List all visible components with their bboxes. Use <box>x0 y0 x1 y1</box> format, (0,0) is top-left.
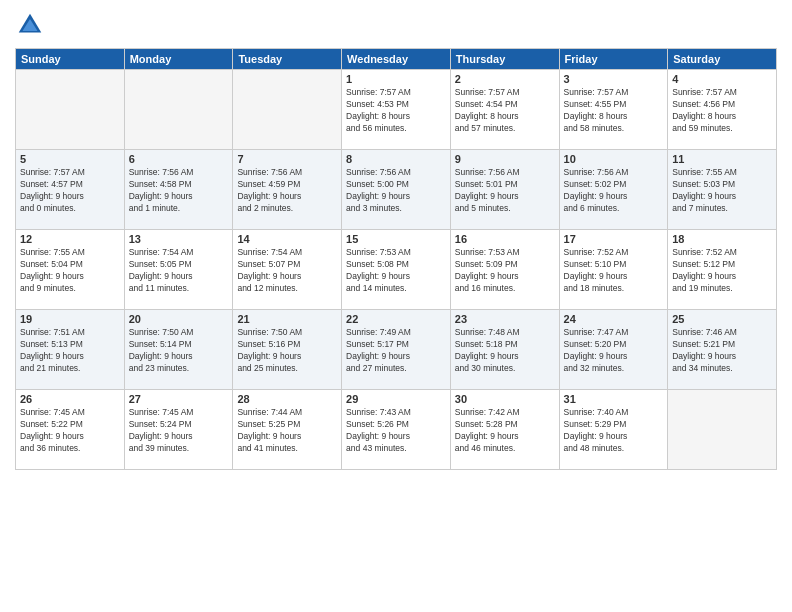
calendar-day-cell: 15Sunrise: 7:53 AM Sunset: 5:08 PM Dayli… <box>342 230 451 310</box>
day-info: Sunrise: 7:56 AM Sunset: 5:01 PM Dayligh… <box>455 167 555 215</box>
day-info: Sunrise: 7:46 AM Sunset: 5:21 PM Dayligh… <box>672 327 772 375</box>
calendar-day-cell: 18Sunrise: 7:52 AM Sunset: 5:12 PM Dayli… <box>668 230 777 310</box>
calendar-day-cell: 1Sunrise: 7:57 AM Sunset: 4:53 PM Daylig… <box>342 70 451 150</box>
calendar-day-cell: 27Sunrise: 7:45 AM Sunset: 5:24 PM Dayli… <box>124 390 233 470</box>
day-number: 27 <box>129 393 229 405</box>
day-info: Sunrise: 7:43 AM Sunset: 5:26 PM Dayligh… <box>346 407 446 455</box>
header <box>15 10 777 40</box>
weekday-header: Saturday <box>668 49 777 70</box>
day-info: Sunrise: 7:52 AM Sunset: 5:10 PM Dayligh… <box>564 247 664 295</box>
day-info: Sunrise: 7:42 AM Sunset: 5:28 PM Dayligh… <box>455 407 555 455</box>
weekday-header: Tuesday <box>233 49 342 70</box>
day-info: Sunrise: 7:44 AM Sunset: 5:25 PM Dayligh… <box>237 407 337 455</box>
day-info: Sunrise: 7:56 AM Sunset: 5:02 PM Dayligh… <box>564 167 664 215</box>
calendar-day-cell: 6Sunrise: 7:56 AM Sunset: 4:58 PM Daylig… <box>124 150 233 230</box>
weekday-header: Friday <box>559 49 668 70</box>
day-number: 11 <box>672 153 772 165</box>
day-number: 28 <box>237 393 337 405</box>
calendar-day-cell: 10Sunrise: 7:56 AM Sunset: 5:02 PM Dayli… <box>559 150 668 230</box>
logo-icon <box>15 10 45 40</box>
day-number: 26 <box>20 393 120 405</box>
calendar-day-cell: 14Sunrise: 7:54 AM Sunset: 5:07 PM Dayli… <box>233 230 342 310</box>
day-number: 2 <box>455 73 555 85</box>
day-info: Sunrise: 7:55 AM Sunset: 5:03 PM Dayligh… <box>672 167 772 215</box>
day-number: 31 <box>564 393 664 405</box>
day-number: 7 <box>237 153 337 165</box>
day-number: 15 <box>346 233 446 245</box>
day-info: Sunrise: 7:50 AM Sunset: 5:14 PM Dayligh… <box>129 327 229 375</box>
calendar-day-cell: 17Sunrise: 7:52 AM Sunset: 5:10 PM Dayli… <box>559 230 668 310</box>
calendar-day-cell: 3Sunrise: 7:57 AM Sunset: 4:55 PM Daylig… <box>559 70 668 150</box>
day-info: Sunrise: 7:56 AM Sunset: 5:00 PM Dayligh… <box>346 167 446 215</box>
calendar-day-cell: 24Sunrise: 7:47 AM Sunset: 5:20 PM Dayli… <box>559 310 668 390</box>
calendar-day-cell: 7Sunrise: 7:56 AM Sunset: 4:59 PM Daylig… <box>233 150 342 230</box>
weekday-header: Monday <box>124 49 233 70</box>
day-info: Sunrise: 7:56 AM Sunset: 4:59 PM Dayligh… <box>237 167 337 215</box>
day-info: Sunrise: 7:56 AM Sunset: 4:58 PM Dayligh… <box>129 167 229 215</box>
day-number: 24 <box>564 313 664 325</box>
logo <box>15 10 49 40</box>
day-info: Sunrise: 7:48 AM Sunset: 5:18 PM Dayligh… <box>455 327 555 375</box>
day-number: 3 <box>564 73 664 85</box>
calendar-day-cell: 31Sunrise: 7:40 AM Sunset: 5:29 PM Dayli… <box>559 390 668 470</box>
calendar-day-cell: 5Sunrise: 7:57 AM Sunset: 4:57 PM Daylig… <box>16 150 125 230</box>
day-number: 12 <box>20 233 120 245</box>
calendar-day-cell: 29Sunrise: 7:43 AM Sunset: 5:26 PM Dayli… <box>342 390 451 470</box>
calendar-day-cell <box>668 390 777 470</box>
day-number: 20 <box>129 313 229 325</box>
calendar-day-cell: 25Sunrise: 7:46 AM Sunset: 5:21 PM Dayli… <box>668 310 777 390</box>
day-number: 18 <box>672 233 772 245</box>
day-number: 29 <box>346 393 446 405</box>
page: SundayMondayTuesdayWednesdayThursdayFrid… <box>0 0 792 612</box>
day-number: 13 <box>129 233 229 245</box>
day-number: 1 <box>346 73 446 85</box>
calendar-day-cell: 30Sunrise: 7:42 AM Sunset: 5:28 PM Dayli… <box>450 390 559 470</box>
calendar-day-cell: 4Sunrise: 7:57 AM Sunset: 4:56 PM Daylig… <box>668 70 777 150</box>
day-info: Sunrise: 7:45 AM Sunset: 5:24 PM Dayligh… <box>129 407 229 455</box>
day-number: 22 <box>346 313 446 325</box>
calendar-day-cell: 8Sunrise: 7:56 AM Sunset: 5:00 PM Daylig… <box>342 150 451 230</box>
day-info: Sunrise: 7:57 AM Sunset: 4:57 PM Dayligh… <box>20 167 120 215</box>
calendar-day-cell: 22Sunrise: 7:49 AM Sunset: 5:17 PM Dayli… <box>342 310 451 390</box>
day-number: 17 <box>564 233 664 245</box>
day-info: Sunrise: 7:51 AM Sunset: 5:13 PM Dayligh… <box>20 327 120 375</box>
day-info: Sunrise: 7:57 AM Sunset: 4:53 PM Dayligh… <box>346 87 446 135</box>
calendar-header-row: SundayMondayTuesdayWednesdayThursdayFrid… <box>16 49 777 70</box>
day-number: 30 <box>455 393 555 405</box>
calendar-day-cell: 21Sunrise: 7:50 AM Sunset: 5:16 PM Dayli… <box>233 310 342 390</box>
day-number: 5 <box>20 153 120 165</box>
weekday-header: Thursday <box>450 49 559 70</box>
calendar-day-cell: 19Sunrise: 7:51 AM Sunset: 5:13 PM Dayli… <box>16 310 125 390</box>
day-info: Sunrise: 7:45 AM Sunset: 5:22 PM Dayligh… <box>20 407 120 455</box>
day-info: Sunrise: 7:57 AM Sunset: 4:55 PM Dayligh… <box>564 87 664 135</box>
calendar-day-cell: 11Sunrise: 7:55 AM Sunset: 5:03 PM Dayli… <box>668 150 777 230</box>
day-number: 8 <box>346 153 446 165</box>
day-number: 23 <box>455 313 555 325</box>
day-info: Sunrise: 7:50 AM Sunset: 5:16 PM Dayligh… <box>237 327 337 375</box>
calendar-day-cell <box>124 70 233 150</box>
day-info: Sunrise: 7:40 AM Sunset: 5:29 PM Dayligh… <box>564 407 664 455</box>
day-info: Sunrise: 7:53 AM Sunset: 5:08 PM Dayligh… <box>346 247 446 295</box>
calendar-day-cell: 28Sunrise: 7:44 AM Sunset: 5:25 PM Dayli… <box>233 390 342 470</box>
weekday-header: Wednesday <box>342 49 451 70</box>
calendar-day-cell: 13Sunrise: 7:54 AM Sunset: 5:05 PM Dayli… <box>124 230 233 310</box>
day-info: Sunrise: 7:57 AM Sunset: 4:54 PM Dayligh… <box>455 87 555 135</box>
day-number: 21 <box>237 313 337 325</box>
day-info: Sunrise: 7:49 AM Sunset: 5:17 PM Dayligh… <box>346 327 446 375</box>
calendar-week-row: 1Sunrise: 7:57 AM Sunset: 4:53 PM Daylig… <box>16 70 777 150</box>
day-info: Sunrise: 7:54 AM Sunset: 5:05 PM Dayligh… <box>129 247 229 295</box>
day-info: Sunrise: 7:55 AM Sunset: 5:04 PM Dayligh… <box>20 247 120 295</box>
calendar-day-cell: 23Sunrise: 7:48 AM Sunset: 5:18 PM Dayli… <box>450 310 559 390</box>
calendar-day-cell: 26Sunrise: 7:45 AM Sunset: 5:22 PM Dayli… <box>16 390 125 470</box>
day-number: 14 <box>237 233 337 245</box>
day-number: 25 <box>672 313 772 325</box>
day-info: Sunrise: 7:53 AM Sunset: 5:09 PM Dayligh… <box>455 247 555 295</box>
calendar-day-cell: 20Sunrise: 7:50 AM Sunset: 5:14 PM Dayli… <box>124 310 233 390</box>
day-number: 10 <box>564 153 664 165</box>
calendar-week-row: 19Sunrise: 7:51 AM Sunset: 5:13 PM Dayli… <box>16 310 777 390</box>
day-number: 4 <box>672 73 772 85</box>
day-number: 6 <box>129 153 229 165</box>
calendar-week-row: 5Sunrise: 7:57 AM Sunset: 4:57 PM Daylig… <box>16 150 777 230</box>
calendar-week-row: 26Sunrise: 7:45 AM Sunset: 5:22 PM Dayli… <box>16 390 777 470</box>
day-number: 9 <box>455 153 555 165</box>
